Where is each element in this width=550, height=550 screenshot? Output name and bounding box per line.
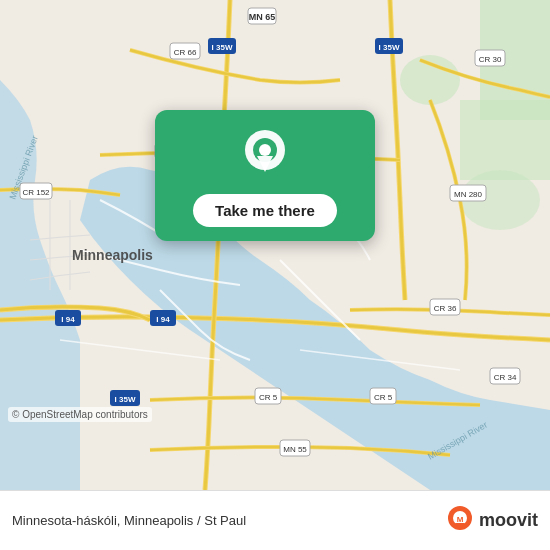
location-name-text: Minnesota-háskóli, Minneapolis / St Paul [12,513,435,528]
svg-text:I 35W: I 35W [212,43,233,52]
svg-point-42 [259,144,271,156]
svg-text:I 35W: I 35W [379,43,400,52]
location-pin-icon [241,130,289,184]
svg-rect-2 [460,100,550,180]
svg-text:CR 152: CR 152 [22,188,50,197]
svg-text:CR 66: CR 66 [174,48,197,57]
svg-text:Minneapolis: Minneapolis [72,247,153,263]
moovit-logo-icon: M [445,506,475,536]
svg-text:I 94: I 94 [61,315,75,324]
svg-text:I 94: I 94 [156,315,170,324]
location-card: Take me there [155,110,375,241]
svg-text:M: M [457,515,464,524]
svg-text:MN 280: MN 280 [454,190,483,199]
map-container: Mississippi River Mississippi River MN 6… [0,0,550,490]
moovit-brand-text: moovit [479,510,538,531]
copyright-text: © OpenStreetMap contributors [8,407,152,422]
svg-text:MN 65: MN 65 [249,12,276,22]
bottom-bar: Minnesota-háskóli, Minneapolis / St Paul… [0,490,550,550]
svg-text:CR 5: CR 5 [259,393,278,402]
take-me-there-button[interactable]: Take me there [193,194,337,227]
svg-text:CR 36: CR 36 [434,304,457,313]
moovit-logo: M moovit [445,506,538,536]
svg-text:CR 5: CR 5 [374,393,393,402]
svg-text:CR 34: CR 34 [494,373,517,382]
svg-text:CR 30: CR 30 [479,55,502,64]
svg-text:I 35W: I 35W [115,395,136,404]
svg-text:MN 55: MN 55 [283,445,307,454]
